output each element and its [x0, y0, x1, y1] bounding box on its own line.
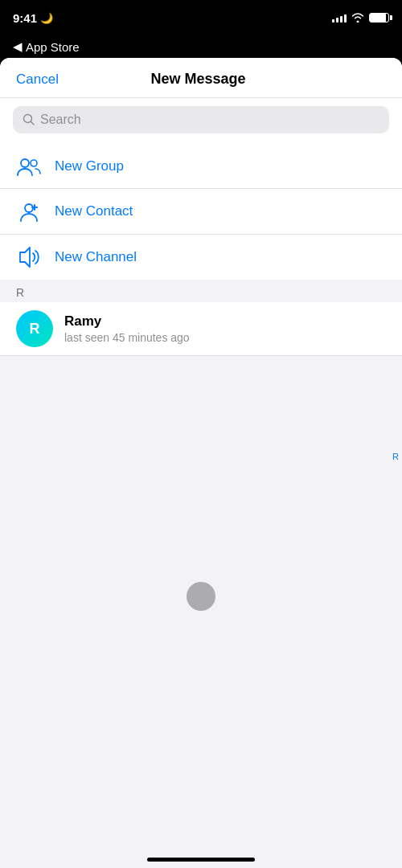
- alphabet-index: R: [392, 450, 399, 463]
- search-container: Search: [0, 98, 402, 145]
- status-time: 9:41: [13, 11, 37, 25]
- page-title: New Message: [150, 71, 245, 88]
- new-group-item[interactable]: New Group: [0, 145, 402, 189]
- actions-list: New Group New Contact: [0, 145, 402, 280]
- search-placeholder: Search: [40, 113, 81, 127]
- app-store-bar: ◀ App Store: [0, 35, 402, 58]
- search-icon: [23, 113, 35, 126]
- main-sheet: Cancel New Message Search: [0, 58, 402, 868]
- section-header-r: R: [0, 280, 402, 302]
- new-contact-label: New Contact: [55, 203, 133, 219]
- contact-name: Ramy: [64, 313, 190, 330]
- cancel-button[interactable]: Cancel: [16, 72, 59, 88]
- alpha-r[interactable]: R: [392, 450, 399, 463]
- svg-point-3: [31, 160, 37, 166]
- new-contact-item[interactable]: New Contact: [0, 189, 402, 235]
- group-icon: [16, 156, 42, 177]
- signal-icon: [332, 13, 347, 23]
- contact-icon: [16, 200, 42, 223]
- channel-icon: [16, 246, 42, 268]
- contacts-list: R Ramy last seen 45 minutes ago: [0, 302, 402, 356]
- svg-point-4: [25, 204, 33, 212]
- contact-status: last seen 45 minutes ago: [64, 331, 190, 344]
- wifi-icon: [351, 13, 364, 23]
- header: Cancel New Message: [0, 58, 402, 98]
- status-icons: [332, 13, 389, 23]
- status-bar: 9:41 🌙: [0, 0, 402, 35]
- moon-icon: 🌙: [40, 12, 53, 24]
- back-arrow-icon: ◀: [13, 39, 23, 54]
- new-channel-item[interactable]: New Channel: [0, 235, 402, 280]
- new-channel-label: New Channel: [55, 249, 137, 265]
- battery-icon: [369, 13, 389, 23]
- new-group-label: New Group: [55, 158, 124, 174]
- app-store-label: App Store: [26, 40, 80, 54]
- scroll-indicator: [187, 582, 215, 611]
- search-bar[interactable]: Search: [13, 106, 389, 133]
- avatar-ramy: R: [16, 310, 53, 347]
- contact-item-ramy[interactable]: R Ramy last seen 45 minutes ago: [0, 302, 402, 356]
- contact-info-ramy: Ramy last seen 45 minutes ago: [64, 313, 190, 344]
- home-indicator: [147, 858, 255, 862]
- svg-line-1: [31, 122, 35, 125]
- svg-point-2: [21, 159, 29, 167]
